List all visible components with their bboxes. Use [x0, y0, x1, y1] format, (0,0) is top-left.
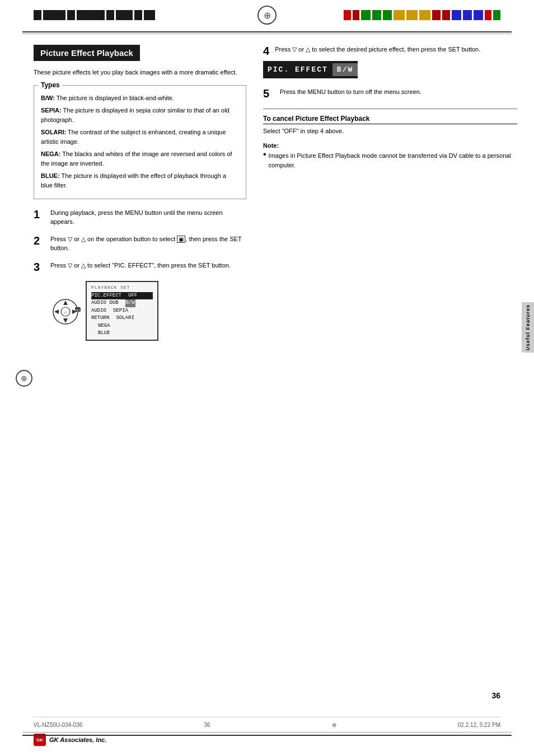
controller-svg: ○ SET → [50, 290, 81, 330]
type-nega-desc: The blacks and whites of the image are r… [41, 151, 232, 167]
color-block [406, 10, 418, 20]
tab-label: Useful Features [525, 304, 531, 351]
type-blue: BLUE: The picture is displayed with the … [41, 171, 239, 190]
color-block [353, 10, 360, 20]
menu-col1: RETURN [91, 314, 109, 322]
footer-line-bottom [22, 735, 512, 736]
useful-features-tab: Useful Features [522, 302, 534, 353]
controller-icon: ○ SET → [50, 290, 81, 331]
color-block [452, 10, 461, 20]
types-box: Types B/W: The picture is displayed in b… [34, 85, 246, 199]
menu-diagram: ○ SET → PLAYBACK SET PIC.EFFECT OFF AUDI… [50, 281, 246, 341]
strip-block [106, 10, 114, 20]
type-sepia-name: SEPIA: [41, 107, 62, 114]
type-solari-name: SOLARI: [41, 129, 66, 135]
menu-col2: NEGA [98, 322, 110, 330]
left-column: Picture Effect Playback These picture ef… [34, 45, 246, 700]
step-5-text: Press the MENU button to turn off the me… [280, 87, 517, 97]
step-5-number: 5 [263, 87, 274, 100]
step-5: 5 Press the MENU button to turn off the … [263, 87, 517, 100]
step-4-text: Press ▽ or △ to select the desired pictu… [275, 45, 480, 54]
color-block [442, 10, 451, 20]
color-block [493, 10, 500, 20]
step-2-text: Press ▽ or △ on the operation button to … [50, 234, 246, 253]
strip-block [67, 10, 75, 20]
step-2-number: 2 [34, 234, 45, 247]
step-4-wrapper: 4 Press ▽ or △ to select the desired pic… [263, 45, 517, 78]
strip-block [77, 10, 105, 20]
section-divider [263, 109, 517, 109]
menu-col2: SEPIA [113, 307, 128, 315]
menu-row-4: RETURN SOLARI [91, 314, 153, 322]
bullet-symbol: • [263, 150, 266, 170]
compass-icon: ⊕ [257, 6, 277, 25]
footer-date: 02.2.12, 5:22 PM [458, 722, 500, 728]
color-block [372, 10, 381, 20]
color-block [419, 10, 430, 20]
menu-row-highlighted: PIC.EFFECT OFF [91, 292, 153, 300]
menu-col2: OFF [128, 292, 137, 300]
color-block [474, 10, 483, 20]
strip-block [43, 10, 65, 20]
menu-col1: AUDIO [91, 307, 106, 315]
footer-file-ref: VL-NZ50U-034-036 [34, 722, 82, 728]
menu-col1: AUDIO DUB [91, 299, 119, 307]
note-text: Images in Picture Effect Playback mode c… [269, 151, 517, 170]
step-3-text: Press ▽ or △ to select "PIC. EFFECT", th… [50, 261, 246, 270]
svg-text:○: ○ [64, 310, 67, 315]
type-bw-desc: The picture is displayed in black-and-wh… [57, 95, 174, 101]
menu-header: PLAYBACK SET [91, 284, 153, 291]
menu-screen: PLAYBACK SET PIC.EFFECT OFF AUDIO DUB B/… [86, 281, 158, 341]
color-block [383, 10, 392, 20]
strip-block [144, 10, 155, 20]
footer-page-center: 36 [204, 722, 210, 728]
logo-text-short: GK [36, 738, 43, 743]
step-1-number: 1 [34, 208, 45, 220]
menu-col2: SOLARI [116, 314, 134, 322]
type-bw-name: B/W: [41, 95, 55, 101]
step-4-number: 4 [263, 45, 269, 58]
cancel-text: Select "OFF" in step 4 above. [263, 128, 517, 134]
color-block [463, 10, 472, 20]
logo-text: GK Associates, Inc. [49, 736, 106, 743]
menu-row-3: AUDIO SEPIA [91, 307, 153, 315]
footer: VL-NZ50U-034-036 36 ⊕ 02.2.12, 5:22 PM [34, 717, 500, 728]
note-title: Note: [263, 142, 517, 149]
type-nega-name: NEGA: [41, 151, 60, 157]
color-block [344, 10, 351, 20]
color-block [432, 10, 441, 20]
effect-display-wrapper: PIC. EFFECT B/W [263, 61, 517, 78]
left-compass: ⊕ [16, 370, 32, 387]
footer-compass: ⊕ [332, 722, 336, 728]
type-blue-desc: The picture is displayed with the effect… [41, 172, 226, 189]
effect-prefix: PIC. EFFECT [263, 63, 332, 76]
menu-row-2: AUDIO DUB B/W [91, 299, 153, 307]
types-heading: Types [39, 81, 62, 89]
svg-marker-2 [63, 318, 68, 323]
step-3: 3 Press ▽ or △ to select "PIC. EFFECT", … [34, 261, 246, 273]
strip-block [116, 10, 133, 20]
svg-marker-1 [63, 300, 68, 305]
footer-line-top [22, 732, 512, 732]
step-1-text: During playback, press the MENU button u… [50, 208, 246, 227]
page-number: 36 [491, 691, 500, 700]
menu-col1: PIC.EFFECT [91, 292, 121, 300]
step-4-header: 4 Press ▽ or △ to select the desired pic… [263, 45, 517, 58]
step-2: 2 Press ▽ or △ on the operation button t… [34, 234, 246, 253]
color-block [394, 10, 405, 20]
svg-marker-3 [54, 309, 59, 314]
step-5-wrapper: 5 Press the MENU button to turn off the … [263, 87, 517, 100]
type-solari: SOLARI: The contrast of the subject is e… [41, 128, 239, 147]
header-line-bottom [22, 34, 512, 34]
right-column: 4 Press ▽ or △ to select the desired pic… [263, 45, 517, 700]
main-content: Picture Effect Playback These picture ef… [34, 45, 517, 700]
color-block [361, 10, 370, 20]
type-bw: B/W: The picture is displayed in black-a… [41, 93, 239, 103]
cancel-section: To cancel Picture Effect Playback Select… [263, 115, 517, 134]
header-decoration: ⊕ [0, 0, 534, 34]
type-nega: NEGA: The blacks and whites of the image… [41, 149, 239, 168]
color-block [485, 10, 492, 20]
note-section: Note: • Images in Picture Effect Playbac… [263, 142, 517, 170]
left-strip [34, 10, 190, 20]
step-1: 1 During playback, press the MENU button… [34, 208, 246, 227]
